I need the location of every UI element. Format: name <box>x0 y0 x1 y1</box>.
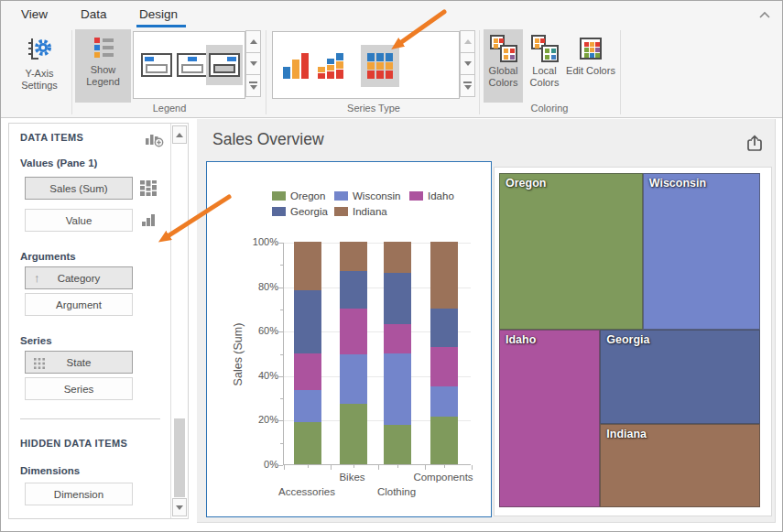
y-tick-mark <box>280 265 283 266</box>
bar-segment[interactable] <box>384 425 411 464</box>
legend-top-right-option[interactable] <box>209 53 240 77</box>
bar-segment[interactable] <box>340 354 367 405</box>
data-item-state[interactable]: State <box>25 351 133 374</box>
coloring-group-label: Coloring <box>495 103 604 114</box>
triangle-up-icon <box>250 39 257 44</box>
series-gallery-scroll <box>460 31 475 97</box>
treemap-item[interactable]: OregonWisconsinIdahoGeorgiaIndiana <box>494 167 772 516</box>
gallery-dropdown-button[interactable] <box>245 74 261 97</box>
bar-segment[interactable] <box>294 353 321 390</box>
bar-segment[interactable] <box>430 242 458 309</box>
bar-segment[interactable] <box>384 242 411 273</box>
legend-top-left-option[interactable] <box>141 53 172 77</box>
edit-colors-button[interactable]: Edit Colors <box>566 29 615 103</box>
export-icon[interactable] <box>745 133 765 153</box>
y-tick-mark <box>278 331 283 332</box>
scroll-down-button[interactable] <box>172 498 187 516</box>
treemap-tile[interactable]: Wisconsin <box>643 173 760 330</box>
scroll-down-button[interactable] <box>460 52 475 75</box>
bar-segment[interactable] <box>384 324 411 353</box>
x-tick-mark <box>397 465 398 468</box>
add-data-item-icon[interactable] <box>145 130 164 147</box>
legend-swatch <box>409 191 423 201</box>
legend-mark <box>227 57 236 61</box>
legend-label: Wisconsin <box>353 190 400 201</box>
scroll-down-button[interactable] <box>245 52 261 75</box>
x-tick-mark <box>378 465 379 470</box>
sort-ascending-icon: ↑ <box>34 271 40 286</box>
tab-view[interactable]: View <box>21 1 48 27</box>
edit-colors-icon <box>577 35 604 62</box>
treemap-tile[interactable]: Georgia <box>600 330 760 425</box>
show-legend-button[interactable]: Show Legend <box>75 29 131 103</box>
category-label: Accessories <box>278 486 335 497</box>
collapse-ribbon-chevron-icon[interactable] <box>759 11 770 19</box>
sidebar-scrollbar[interactable] <box>170 124 188 518</box>
stacked-bar-series-option[interactable] <box>315 50 346 81</box>
legend-position-gallery <box>133 31 245 99</box>
bar-segment[interactable] <box>294 242 321 290</box>
legend-group-label: Legend <box>114 103 224 114</box>
triangle-down-icon <box>464 61 472 66</box>
tab-design[interactable]: Design <box>139 1 178 27</box>
treemap-tile[interactable]: Indiana <box>600 424 760 507</box>
bar-segment[interactable] <box>340 309 367 354</box>
bar-segment[interactable] <box>430 417 458 464</box>
scrollbar-thumb[interactable] <box>174 418 185 497</box>
data-item-argument-placeholder[interactable]: Argument <box>25 293 133 316</box>
bar-segment[interactable] <box>430 386 458 417</box>
bar-segment[interactable] <box>340 404 367 464</box>
bar-segment[interactable] <box>294 390 321 422</box>
series-section-heading: Series <box>20 335 52 346</box>
dimensions-section-heading: Dimensions <box>20 465 80 476</box>
data-item-category[interactable]: ↑ Category <box>25 266 133 289</box>
tab-data[interactable]: Data <box>81 1 107 27</box>
selected-legend-position <box>206 45 243 85</box>
data-item-value-placeholder[interactable]: Value <box>25 209 133 232</box>
bar-segment[interactable] <box>430 347 458 386</box>
scroll-up-button[interactable] <box>245 30 261 53</box>
legend-label: Idaho <box>428 190 454 201</box>
legend-top-center-option[interactable] <box>177 53 208 77</box>
legend-item: Oregon <box>272 190 325 201</box>
category-label: Bikes <box>339 472 364 483</box>
bar-segment[interactable] <box>294 422 321 464</box>
y-axis-settings-button[interactable]: Y-Axis Settings <box>10 29 69 103</box>
data-item-series-placeholder[interactable]: Series <box>25 377 133 400</box>
full-stacked-bar-series-option[interactable] <box>364 50 396 81</box>
scroll-up-button[interactable] <box>460 30 475 53</box>
stacked-bar-chart-item[interactable]: OregonWisconsinIdahoGeorgiaIndiana Sales… <box>206 161 492 517</box>
selected-series-type <box>361 45 399 87</box>
bar-segment[interactable] <box>430 309 458 348</box>
data-item-label: Argument <box>56 299 102 310</box>
data-items-title: DATA ITEMS <box>20 132 83 143</box>
local-colors-button[interactable]: Local Colors <box>525 29 564 103</box>
y-tick-label: 100% <box>223 236 278 247</box>
data-item-label: State <box>67 357 92 368</box>
data-item-dimension-placeholder[interactable]: Dimension <box>25 483 133 505</box>
legend-item: Wisconsin <box>334 190 400 201</box>
legend-swatch <box>334 191 348 201</box>
ribbon-separator <box>266 30 266 114</box>
line-icon <box>463 81 472 83</box>
scroll-up-button[interactable] <box>172 125 187 144</box>
bar-segment[interactable] <box>340 242 367 271</box>
bar-segment[interactable] <box>384 353 411 426</box>
x-tick-mark <box>472 465 473 470</box>
data-item-label: Series <box>64 384 94 395</box>
bar-segment[interactable] <box>294 290 321 353</box>
gallery-dropdown-button[interactable] <box>460 74 475 97</box>
data-item-sales-sum[interactable]: Sales (Sum) <box>25 177 133 200</box>
y-tick-label: 80% <box>223 281 278 292</box>
plot-mark <box>213 64 235 73</box>
ribbon-separator <box>479 30 480 114</box>
hidden-data-items-title: HIDDEN DATA ITEMS <box>20 438 127 449</box>
global-colors-button[interactable]: Global Colors <box>484 29 523 103</box>
bar-segment[interactable] <box>340 271 367 309</box>
bar-segment[interactable] <box>384 273 411 324</box>
treemap-tile[interactable]: Idaho <box>499 330 600 507</box>
data-item-label: Category <box>58 273 101 284</box>
y-tick-mark <box>280 398 283 399</box>
treemap-tile[interactable]: Oregon <box>499 173 643 330</box>
bar-series-option[interactable] <box>280 50 311 81</box>
